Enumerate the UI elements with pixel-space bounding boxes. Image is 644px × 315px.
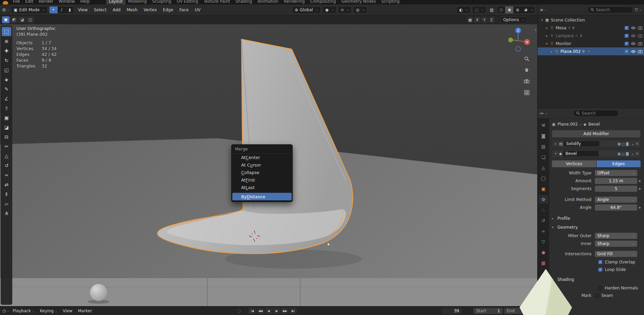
menu-playback[interactable]: Playback⌄ <box>10 309 37 313</box>
eye-icon[interactable] <box>631 26 636 30</box>
viewport-canvas[interactable]: ⊕ ✚ ↻ ◱ ◈ ✎ ∠ ⇧ ▣ ◪ ⊟ ✂ △ ↺ ≈ ⇄ ⇕ ▱ ⋔ Us… <box>0 24 537 306</box>
tab-output[interactable]: ▤ <box>539 142 548 151</box>
workspace-tab-texture-paint[interactable]: Texture Paint <box>201 0 233 4</box>
select-mode-new-button[interactable]: ▣ <box>2 16 10 23</box>
breadcrumb-object[interactable]: Plane.002 <box>557 122 578 127</box>
tool-spin[interactable]: ↺ <box>2 161 11 170</box>
select-mode-subtract-button[interactable]: ◪ <box>18 16 26 23</box>
miter-inner-dropdown[interactable]: Sharp⌄ <box>595 241 637 247</box>
section-geometry[interactable]: ▾ Geometry <box>552 225 641 230</box>
tool-smooth[interactable]: ≈ <box>2 170 11 180</box>
workspace-tab-compositing[interactable]: Compositing <box>307 0 338 4</box>
workspace-tab-scripting[interactable]: Scripting <box>379 0 402 4</box>
menu-mesh[interactable]: Mesh <box>124 8 140 12</box>
width-type-dropdown[interactable]: Offset⌄ <box>595 170 637 176</box>
clamp-overlap-checkbox[interactable]: ✓ <box>598 260 602 264</box>
tool-shrink-fatten[interactable]: ⇕ <box>2 189 11 199</box>
modifier-close-button[interactable]: × <box>635 141 639 146</box>
merge-item-at-last[interactable]: At Last <box>232 184 292 191</box>
tab-view-layer[interactable]: ❏ <box>539 153 548 161</box>
expand-arrow-icon[interactable]: ▾ <box>540 18 544 22</box>
tab-texture[interactable]: ▩ <box>539 259 548 267</box>
tool-rotate[interactable]: ↻ <box>2 56 11 65</box>
navigation-gizmo[interactable]: Z X <box>504 26 532 53</box>
shading-solid-button[interactable]: ● <box>505 6 513 13</box>
tab-modifiers[interactable]: ⚙ <box>539 195 548 203</box>
breadcrumb-modifier[interactable]: Bevel <box>588 122 600 127</box>
shading-material-button[interactable]: ◍ <box>513 6 522 13</box>
amount-field[interactable]: 1.15 m <box>595 178 637 184</box>
mirror-z-toggle[interactable]: Z <box>488 17 495 23</box>
selectability-checkbox[interactable]: ✓ <box>625 26 629 30</box>
expand-arrow-icon[interactable]: ▸ <box>549 50 554 53</box>
menu-file[interactable]: File <box>10 0 23 4</box>
outliner-filter-button[interactable]: ▽⌄ <box>634 6 642 14</box>
tab-object[interactable]: ▣ <box>539 185 548 193</box>
expand-arrow-icon[interactable]: ▸ <box>544 34 549 38</box>
tool-inset-faces[interactable]: ▣ <box>2 113 11 122</box>
tool-bevel[interactable]: ◪ <box>2 123 11 132</box>
gizmo-y-axis[interactable] <box>508 38 513 42</box>
limit-method-dropdown[interactable]: Angle⌄ <box>595 197 637 203</box>
expand-arrow-icon[interactable]: ▾ <box>554 152 558 155</box>
gizmo-neg-z-axis[interactable] <box>516 46 521 51</box>
select-mode-extend-button[interactable]: ◩ <box>10 16 18 23</box>
tool-shear[interactable]: ▱ <box>2 199 11 208</box>
selectability-checkbox[interactable]: ✓ <box>625 34 629 38</box>
menu-help[interactable]: Help <box>77 0 92 4</box>
expand-arrow-icon[interactable]: ▾ <box>544 42 549 45</box>
outliner-row-lampara[interactable]: ▸ ☼ Lampara ☼ 3 ✓ <box>538 32 644 40</box>
add-modifier-button[interactable]: Add Modifier <box>552 130 641 138</box>
seam-checkbox[interactable] <box>595 293 599 298</box>
editor-type-button[interactable]: ⊞⌄ <box>2 6 10 14</box>
render-camera-icon[interactable] <box>638 34 643 38</box>
tool-measure[interactable]: ∠ <box>2 94 11 103</box>
display-render-toggle[interactable]: ◙ <box>626 142 629 146</box>
menu-render[interactable]: Render <box>36 0 56 4</box>
selectability-checkbox[interactable]: ✓ <box>625 42 629 46</box>
tab-scene[interactable]: ◬ <box>539 163 548 172</box>
tool-knife[interactable]: ✂ <box>2 142 11 151</box>
workspace-tab-layout[interactable]: Layout <box>106 0 126 4</box>
properties-search-input[interactable] <box>582 111 616 116</box>
tab-physics[interactable]: ↺ <box>539 216 548 225</box>
snap-dropdown[interactable]: ∩ ⌄ <box>338 6 352 14</box>
tool-edge-slide[interactable]: ⇄ <box>2 180 11 189</box>
render-camera-icon[interactable] <box>638 50 643 53</box>
tool-rip-region[interactable]: ⋔ <box>2 209 11 218</box>
menu-edge[interactable]: Edge <box>161 8 176 12</box>
outliner-row-monitor[interactable]: ▾ ▽ Monitor ✓ <box>538 40 644 47</box>
eye-icon[interactable] <box>631 50 636 53</box>
menu-view[interactable]: View <box>76 8 90 12</box>
menu-face[interactable]: Face <box>177 8 191 12</box>
expand-arrow-icon[interactable]: ▸ <box>544 26 549 30</box>
pan-button[interactable] <box>524 67 530 73</box>
tool-annotate[interactable]: ✎ <box>2 84 11 94</box>
eye-icon[interactable] <box>631 42 636 45</box>
shading-rendered-button[interactable]: ◕ <box>522 6 530 13</box>
menu-vertex[interactable]: Vertex <box>141 8 159 12</box>
display-realtime-toggle[interactable]: ◻ <box>622 152 625 156</box>
tool-loop-cut[interactable]: ⊟ <box>2 132 11 141</box>
tab-render[interactable]: ◙ <box>539 132 548 140</box>
sphere-object[interactable] <box>90 284 107 301</box>
menu-window[interactable]: Window <box>56 0 77 4</box>
outliner-row-plane-002[interactable]: ▸ ▽ Plane.002 ⚙ ▽ ✓ <box>538 47 644 55</box>
next-keyframe-button[interactable]: ▶▶ <box>281 308 289 314</box>
jump-to-end-button[interactable]: ▶| <box>289 308 297 314</box>
auto-keying-toggle[interactable]: ◌ <box>236 308 242 314</box>
shading-wireframe-button[interactable]: ○ <box>497 6 505 13</box>
mode-dropdown[interactable]: ▣ Edit Mode ⌄ <box>11 6 48 14</box>
jump-to-start-button[interactable]: |◀ <box>248 308 256 314</box>
modifier-bevel-header[interactable]: ▾ ◆ Bevel ▦ ◻ ◙ ⌄ × <box>552 150 641 157</box>
section-shading[interactable]: ▾ Shading <box>552 277 641 282</box>
vertex-select-button[interactable]: • <box>49 6 58 13</box>
workspace-tab-shading[interactable]: Shading <box>233 0 255 4</box>
modifier-name-field[interactable]: Solidify <box>564 141 599 146</box>
render-camera-icon[interactable] <box>638 42 643 45</box>
keyframe-dot-icon[interactable] <box>639 180 641 182</box>
visibility-dropdown[interactable]: ◐ ⌄ <box>456 6 471 14</box>
tab-tool[interactable]: ⚒ <box>539 121 548 129</box>
outliner-row-mesa[interactable]: ▸ ▽ Mesa ▽ 6 ✓ <box>538 24 644 32</box>
intersections-dropdown[interactable]: Grid Fill⌄ <box>595 251 637 257</box>
